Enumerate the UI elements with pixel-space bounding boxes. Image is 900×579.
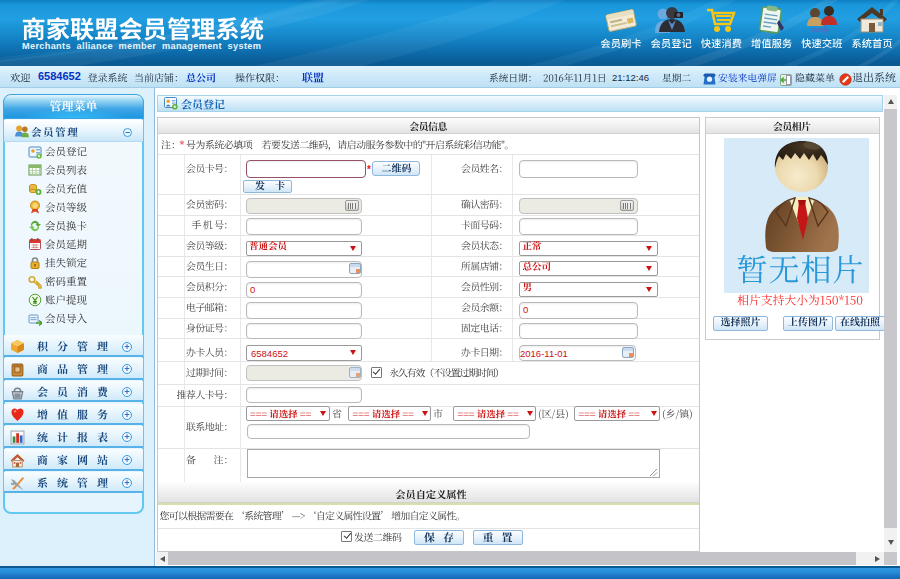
svg-text:0: 0 — [250, 284, 255, 295]
svg-text:6584652: 6584652 — [251, 348, 288, 359]
svg-text:2016-11-01: 2016-11-01 — [520, 348, 568, 359]
svg-text:0: 0 — [523, 304, 528, 315]
svg-text:*: * — [367, 164, 371, 174]
